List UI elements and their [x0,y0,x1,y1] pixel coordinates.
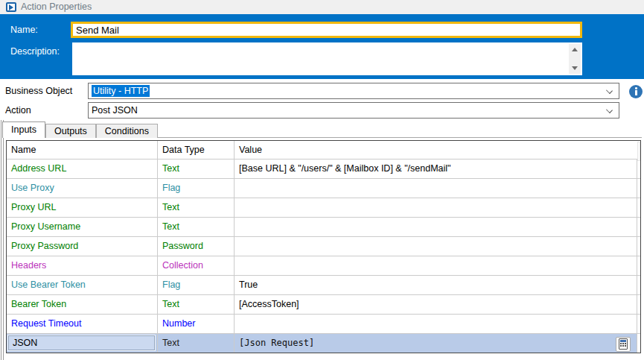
table-row[interactable]: Headers Collection [7,256,640,275]
row-type-cell: Collection [157,256,234,275]
inputs-table-body: Address URL Text [Base URL] & "/users/" … [7,159,640,353]
row-name-cell[interactable]: JSON [7,334,157,353]
name-label: Name: [10,25,38,35]
row-type-cell: Text [157,218,234,236]
row-value-cell[interactable] [234,237,637,256]
name-input[interactable] [71,22,582,38]
business-object-value: Utility - HTTP [92,85,150,97]
row-name-cell[interactable]: Proxy URL [7,198,157,217]
row-name-cell[interactable]: Headers [7,256,157,275]
row-type-cell: Password [157,237,234,256]
action-select[interactable]: Post JSON [88,102,619,119]
table-row[interactable]: JSON Text [Json Request] [7,333,640,353]
table-row[interactable]: Use Bearer Token Flag True [7,275,640,294]
action-label: Action [5,105,31,116]
tabstrip: Inputs Outputs Conditions [2,121,158,138]
row-gutter [637,295,640,314]
inputs-table: Name Data Type Value Address URL Text [B… [6,140,641,353]
row-value-cell[interactable] [234,218,637,236]
chevron-down-icon[interactable] [606,87,613,94]
row-type-cell: Text [157,295,234,314]
row-gutter [637,160,640,178]
row-gutter [637,198,640,217]
table-row[interactable]: Proxy Username Text [7,217,640,236]
calculator-icon [619,338,628,350]
description-label: Description: [10,46,60,57]
row-name-cell[interactable]: Use Bearer Token [7,276,157,294]
expression-editor-button[interactable] [616,337,631,352]
chevron-down-icon[interactable] [606,107,613,113]
column-header-data-type: Data Type [157,141,234,159]
row-type-cell: Text [157,160,234,178]
row-name-cell[interactable]: Request Timeout [7,315,157,333]
arrow-up-icon[interactable] [569,44,581,55]
row-name-cell[interactable]: Proxy Username [7,218,157,236]
row-type-cell: Flag [157,276,234,294]
table-row[interactable]: Use Proxy Flag [7,178,640,198]
row-value-cell[interactable] [234,256,637,275]
table-row[interactable]: Request Timeout Number [7,314,640,333]
arrow-down-icon[interactable] [569,63,581,74]
dialog-title: Action Properties [21,0,92,14]
row-value-cell[interactable]: [Base URL] & "/users/" & [Mailbox ID] & … [234,160,637,178]
row-type-cell: Flag [157,179,234,198]
row-type-cell: Text [157,334,234,353]
row-name-cell[interactable]: Address URL [7,160,157,178]
table-row[interactable]: Address URL Text [Base URL] & "/users/" … [7,159,640,178]
row-gutter [637,218,640,236]
business-object-select[interactable]: Utility - HTTP [88,83,619,99]
row-value-cell[interactable]: [AccessToken] [234,295,637,314]
row-name-cell[interactable]: Proxy Password [7,237,157,256]
info-icon[interactable] [629,85,643,98]
row-type-cell: Number [157,315,234,333]
table-row[interactable]: Proxy URL Text [7,198,640,217]
row-name-cell[interactable]: Bearer Token [7,295,157,314]
row-type-cell: Text [157,198,234,217]
table-scrollbar[interactable] [637,142,640,161]
description-input[interactable] [72,42,582,75]
left-splitter[interactable] [1,120,4,360]
business-object-label: Business Object [5,86,72,96]
tab-inputs[interactable]: Inputs [2,121,45,138]
tab-outputs[interactable]: Outputs [45,124,96,138]
row-gutter [637,334,640,353]
row-gutter [637,179,640,198]
inputs-table-header: Name Data Type Value [7,141,640,159]
row-gutter [637,315,640,333]
row-value-cell[interactable] [234,315,637,333]
action-value: Post JSON [92,103,138,118]
description-scrollbar[interactable] [569,44,581,74]
row-gutter [637,276,640,294]
row-gutter [637,237,640,256]
action-stage-icon [6,2,16,12]
table-row[interactable]: Bearer Token Text [AccessToken] [7,294,640,314]
row-value-cell[interactable]: [Json Request] [234,334,637,353]
tab-conditions[interactable]: Conditions [96,124,158,138]
table-row[interactable]: Proxy Password Password [7,236,640,256]
column-header-name: Name [7,141,157,159]
row-value-cell[interactable]: True [234,276,637,294]
row-name-cell[interactable]: Use Proxy [7,179,157,198]
row-value-cell[interactable] [234,198,637,217]
row-gutter [637,256,640,275]
column-header-value: Value [234,141,637,159]
dialog-titlebar: Action Properties [0,0,644,14]
row-value-cell[interactable] [234,179,637,198]
properties-header-panel: Name: Description: [0,14,644,79]
